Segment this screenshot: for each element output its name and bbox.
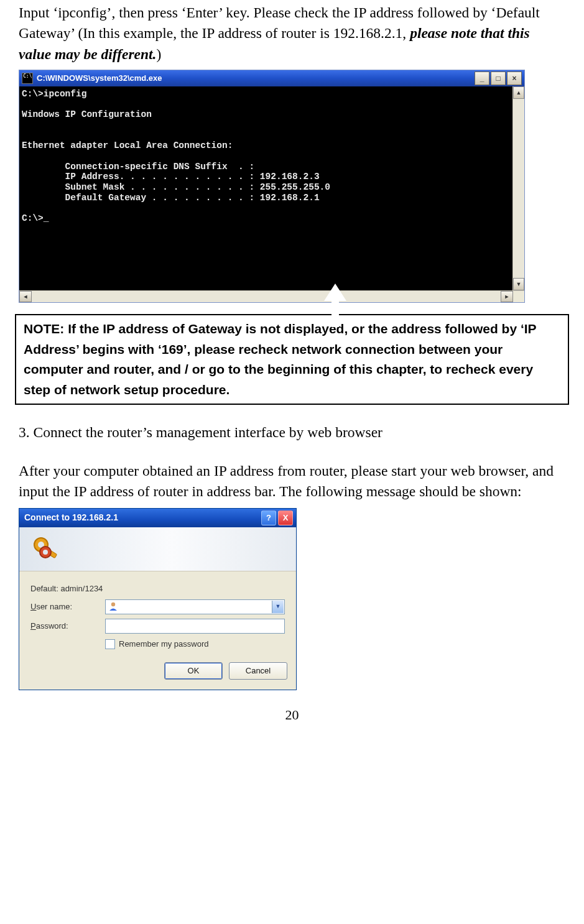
scrollbar-corner [513, 291, 524, 302]
user-icon [108, 601, 118, 614]
cmd-window-buttons: _ □ × [475, 72, 522, 85]
svg-point-6 [111, 603, 115, 606]
scroll-track-h[interactable] [32, 291, 501, 302]
remember-checkbox[interactable] [105, 639, 115, 649]
username-combobox[interactable]: ▼ [105, 599, 285, 614]
scroll-track[interactable] [513, 99, 524, 278]
scroll-up-icon[interactable]: ▲ [513, 86, 524, 99]
note-text: NOTE: If the IP address of Gateway is no… [24, 321, 536, 397]
vertical-scrollbar[interactable]: ▲ ▼ [512, 86, 524, 290]
cmd-title: C:\WINDOWS\system32\cmd.exe [37, 73, 475, 84]
dialog-title: Connect to 192.168.2.1 [24, 512, 261, 524]
dialog-close-button[interactable]: X [278, 511, 293, 525]
svg-point-5 [43, 550, 48, 555]
minimize-button[interactable]: _ [475, 72, 489, 85]
note-box: NOTE: If the IP address of Gateway is no… [15, 314, 569, 405]
close-button[interactable]: × [507, 72, 522, 85]
maximize-button[interactable]: □ [491, 72, 506, 85]
dropdown-icon[interactable]: ▼ [272, 601, 284, 613]
default-credentials-text: Default: admin/1234 [30, 583, 103, 594]
scroll-down-icon[interactable]: ▼ [513, 278, 524, 290]
username-label: User name: [30, 601, 105, 612]
intro-paragraph: Input ‘ipconfig’, then press ‘Enter’ key… [19, 2, 565, 65]
scroll-right-icon[interactable]: ► [501, 291, 513, 302]
login-dialog: Connect to 192.168.2.1 ? X Default: admi… [19, 508, 297, 690]
remember-label: Remember my password [119, 639, 209, 650]
cancel-button[interactable]: Cancel [229, 662, 287, 680]
dialog-titlebar: Connect to 192.168.2.1 ? X [19, 509, 296, 527]
dialog-banner [19, 527, 296, 571]
svg-marker-0 [324, 284, 346, 327]
cmd-app-icon [22, 73, 33, 84]
page-number: 20 [19, 705, 565, 724]
password-label: Password: [30, 621, 105, 632]
help-button[interactable]: ? [261, 511, 276, 525]
cmd-output: C:\>ipconfig Windows IP Configuration Et… [19, 86, 512, 290]
remember-password-row[interactable]: Remember my password [105, 639, 285, 650]
cmd-titlebar: C:\WINDOWS\system32\cmd.exe _ □ × [19, 70, 524, 86]
horizontal-scrollbar[interactable]: ◄ ► [19, 290, 524, 302]
intro-text-post: ) [156, 46, 161, 62]
scroll-left-icon[interactable]: ◄ [19, 291, 32, 302]
section-3-body: After your computer obtained an IP addre… [19, 461, 565, 502]
password-field[interactable] [105, 619, 285, 634]
ok-button[interactable]: OK [164, 662, 223, 680]
cmd-window: C:\WINDOWS\system32\cmd.exe _ □ × C:\>ip… [19, 70, 525, 303]
keys-icon [30, 534, 63, 571]
section-3-heading: 3. Connect the router’s management inter… [19, 422, 565, 443]
